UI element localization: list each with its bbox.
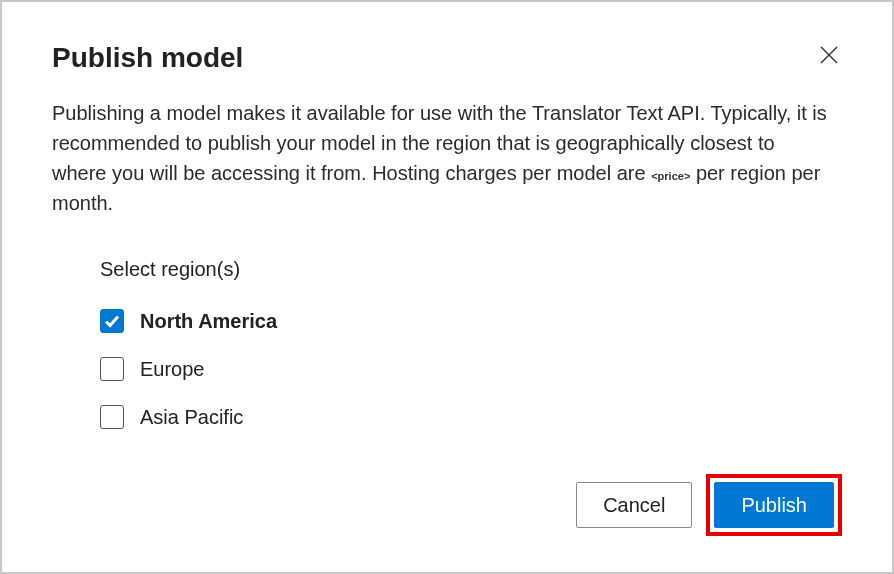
dialog-title: Publish model: [52, 42, 243, 74]
dialog-header: Publish model: [52, 42, 842, 74]
checkbox-asia-pacific[interactable]: [100, 405, 124, 429]
price-placeholder: <price>: [651, 170, 690, 182]
close-button[interactable]: [816, 42, 842, 68]
region-section-label: Select region(s): [100, 258, 842, 281]
dialog-description: Publishing a model makes it available fo…: [52, 98, 832, 218]
region-label-asia-pacific: Asia Pacific: [140, 406, 243, 429]
region-section: Select region(s) North America Europe As…: [52, 258, 842, 429]
region-option-europe[interactable]: Europe: [100, 357, 842, 381]
region-label-europe: Europe: [140, 358, 205, 381]
region-label-north-america: North America: [140, 310, 277, 333]
region-option-asia-pacific[interactable]: Asia Pacific: [100, 405, 842, 429]
close-icon: [820, 46, 838, 64]
checkbox-north-america[interactable]: [100, 309, 124, 333]
check-icon: [104, 313, 120, 329]
cancel-button[interactable]: Cancel: [576, 482, 692, 528]
region-option-north-america[interactable]: North America: [100, 309, 842, 333]
publish-button-highlight: Publish: [706, 474, 842, 536]
checkbox-europe[interactable]: [100, 357, 124, 381]
publish-model-dialog: Publish model Publishing a model makes i…: [0, 0, 894, 574]
publish-button[interactable]: Publish: [714, 482, 834, 528]
dialog-footer: Cancel Publish: [576, 474, 842, 536]
